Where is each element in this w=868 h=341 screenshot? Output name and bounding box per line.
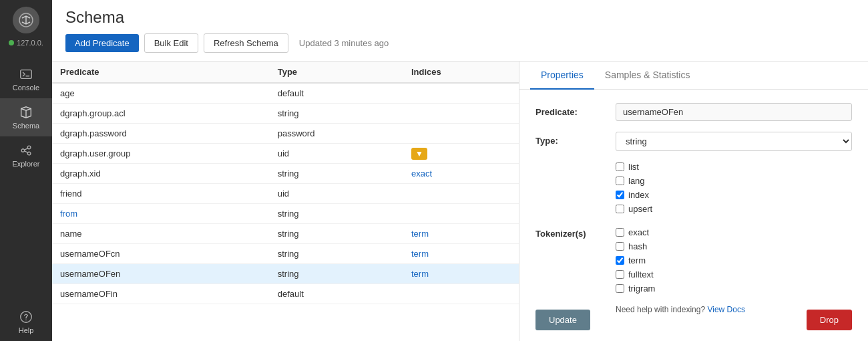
indices-cell: exact: [403, 164, 519, 184]
tab-samples[interactable]: Samples & Statistics: [594, 62, 701, 90]
sidebar-item-console[interactable]: Console: [0, 60, 52, 98]
type-label: Type:: [535, 132, 616, 146]
page-header: Schema Add Predicate Bulk Edit Refresh S…: [52, 0, 868, 62]
predicate-cell: dgraph.xid: [52, 164, 270, 184]
type-cell: string: [270, 244, 403, 264]
table-row[interactable]: usernameOFindefault: [52, 284, 519, 304]
svg-rect-1: [21, 70, 32, 79]
type-cell: string: [270, 204, 403, 224]
table-scroll[interactable]: Predicate Type Indices agedefaultdgraph.…: [52, 62, 519, 341]
schema-icon: [19, 105, 33, 120]
main-content: Schema Add Predicate Bulk Edit Refresh S…: [52, 0, 868, 341]
sidebar-item-help[interactable]: Help: [19, 303, 34, 341]
col-predicate: Predicate: [52, 62, 270, 83]
properties-panel: Properties Samples & Statistics Predicat…: [519, 62, 868, 341]
svg-point-2: [21, 149, 25, 152]
col-indices: Indices: [403, 62, 519, 83]
indices-cell: term: [403, 224, 519, 244]
svg-point-8: [25, 320, 26, 320]
checkbox-index[interactable]: index: [616, 190, 852, 200]
table-row[interactable]: dgraph.user.groupuid▼: [52, 144, 519, 164]
add-predicate-button[interactable]: Add Predicate: [65, 34, 139, 52]
tabs-bar: Properties Samples & Statistics: [519, 62, 868, 90]
checkboxes-row: list lang index upsert: [535, 162, 852, 214]
bulk-edit-button[interactable]: Bulk Edit: [144, 33, 198, 53]
tokenizers-row: Tokenizer(s) exact hash term: [535, 225, 852, 294]
sidebar: 127.0.0. Console Schema Explorer: [0, 0, 52, 341]
checkbox-upsert[interactable]: upsert: [616, 204, 852, 214]
type-cell: uid: [270, 144, 403, 164]
upsert-checkbox[interactable]: [616, 205, 624, 213]
col-type: Type: [270, 62, 403, 83]
checkbox-lang[interactable]: lang: [616, 176, 852, 186]
trigram-checkbox[interactable]: [616, 284, 624, 293]
tokenizer-hash[interactable]: hash: [616, 241, 852, 251]
action-buttons: Update Drop: [535, 310, 852, 330]
console-icon: [19, 67, 33, 82]
table-row[interactable]: agedefault: [52, 83, 519, 104]
type-cell: default: [270, 284, 403, 304]
predicate-label: Predicate:: [535, 103, 616, 117]
indices-cell: term: [403, 244, 519, 264]
list-checkbox[interactable]: [616, 162, 624, 171]
predicate-cell: usernameOFcn: [52, 244, 270, 264]
type-cell: string: [270, 264, 403, 284]
tokenizers-grid: exact hash term fulltext: [616, 227, 852, 294]
table-row[interactable]: dgraph.group.aclstring: [52, 104, 519, 124]
term-checkbox[interactable]: [616, 256, 624, 265]
indices-cell: [403, 124, 519, 144]
toolbar: Add Predicate Bulk Edit Refresh Schema U…: [65, 33, 855, 53]
content-area: Predicate Type Indices agedefaultdgraph.…: [52, 62, 868, 341]
table-row[interactable]: fromstring: [52, 204, 519, 224]
update-button[interactable]: Update: [535, 310, 590, 330]
type-cell: default: [270, 83, 403, 104]
indices-cell: [403, 184, 519, 204]
tokenizer-term[interactable]: term: [616, 255, 852, 265]
sidebar-item-schema[interactable]: Schema: [0, 98, 52, 136]
help-icon: [19, 310, 33, 324]
predicate-row: Predicate:: [535, 103, 852, 121]
predicate-cell: dgraph.user.group: [52, 144, 270, 164]
index-checkbox[interactable]: [616, 191, 624, 199]
app-logo: [13, 7, 39, 33]
checkbox-list[interactable]: list: [616, 162, 852, 172]
fulltext-checkbox[interactable]: [616, 270, 624, 279]
schema-table: Predicate Type Indices agedefaultdgraph.…: [52, 62, 519, 304]
explorer-icon: [19, 143, 33, 158]
indices-cell: [403, 104, 519, 124]
table-row[interactable]: namestringterm: [52, 224, 519, 244]
right-panel-inner: Predicate: Type: string default uid int …: [519, 90, 868, 341]
predicate-cell: usernameOFin: [52, 284, 270, 304]
table-row[interactable]: frienduid: [52, 184, 519, 204]
predicate-cell: dgraph.group.acl: [52, 104, 270, 124]
properties-form: Predicate: Type: string default uid int …: [519, 90, 868, 341]
hash-checkbox[interactable]: [616, 242, 624, 251]
predicate-cell: from: [52, 204, 270, 224]
table-row[interactable]: usernameOFcnstringterm: [52, 244, 519, 264]
predicate-cell: name: [52, 224, 270, 244]
svg-line-6: [25, 151, 28, 152]
svg-line-5: [25, 148, 28, 150]
schema-table-panel: Predicate Type Indices agedefaultdgraph.…: [52, 62, 519, 341]
indices-icon[interactable]: ▼: [411, 148, 427, 160]
tokenizers-label: Tokenizer(s): [535, 225, 616, 239]
table-row[interactable]: usernameOFenstringterm: [52, 264, 519, 284]
predicate-input[interactable]: [616, 103, 852, 121]
table-row[interactable]: dgraph.xidstringexact: [52, 164, 519, 184]
tokenizer-trigram[interactable]: trigram: [616, 283, 852, 294]
type-select[interactable]: string default uid int float bool dateti…: [616, 132, 852, 151]
tokenizer-fulltext[interactable]: fulltext: [616, 269, 852, 279]
lang-checkbox[interactable]: [616, 177, 624, 185]
type-cell: password: [270, 124, 403, 144]
type-cell: string: [270, 104, 403, 124]
type-row: Type: string default uid int float bool …: [535, 132, 852, 151]
refresh-schema-button[interactable]: Refresh Schema: [204, 33, 288, 53]
sidebar-item-explorer[interactable]: Explorer: [0, 136, 52, 175]
tab-properties[interactable]: Properties: [530, 62, 594, 90]
tokenizer-exact[interactable]: exact: [616, 227, 852, 237]
predicate-cell: friend: [52, 184, 270, 204]
predicate-cell: age: [52, 83, 270, 104]
table-row[interactable]: dgraph.passwordpassword: [52, 124, 519, 144]
exact-checkbox[interactable]: [616, 228, 624, 237]
drop-button[interactable]: Drop: [807, 310, 852, 330]
